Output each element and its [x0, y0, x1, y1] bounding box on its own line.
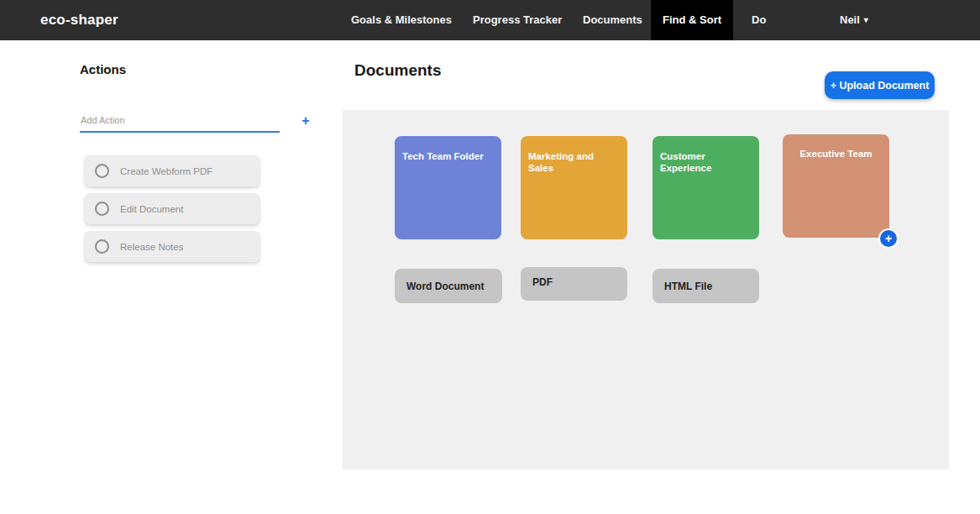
file-card-pdf[interactable]: PDF	[521, 267, 627, 301]
file-label: PDF	[521, 267, 553, 288]
folder-label: Executive Team	[783, 134, 889, 160]
page-title: Documents	[354, 61, 441, 80]
file-label: HTML File	[652, 281, 712, 292]
nav-item-find-sort-active[interactable]: Find & Sort	[651, 0, 733, 40]
action-item-label: Release Notes	[120, 242, 183, 252]
folder-card-marketing-sales[interactable]: Marketing and Sales	[521, 136, 627, 239]
add-item-fab-button[interactable]: +	[880, 230, 897, 247]
nav-item-progress-tracker[interactable]: Progress Tracker	[473, 0, 562, 40]
folder-label: Customer Experience	[652, 136, 759, 175]
nav-item-goals-milestones[interactable]: Goals & Milestones	[351, 0, 452, 40]
documents-panel: Tech Team Folder Marketing and Sales Cus…	[343, 110, 949, 469]
nav-item-do[interactable]: Do	[752, 0, 766, 40]
nav-item-documents[interactable]: Documents	[583, 0, 642, 40]
caret-down-icon: ▾	[864, 15, 868, 24]
app-logo[interactable]: eco-shaper	[40, 0, 118, 40]
file-card-word-document[interactable]: Word Document	[395, 269, 502, 303]
add-action-row: +	[80, 112, 315, 134]
action-list: Create Webform PDF Edit Document Release…	[80, 155, 315, 262]
radio-circle-icon[interactable]	[95, 202, 109, 216]
page: eco-shaper Goals & Milestones Progress T…	[0, 0, 980, 514]
folder-card-executive-team[interactable]: Executive Team	[783, 134, 889, 238]
user-name: Neil	[840, 13, 860, 26]
folder-label: Tech Team Folder	[395, 136, 501, 163]
action-item-create-webform-pdf[interactable]: Create Webform PDF	[85, 155, 259, 186]
add-action-button[interactable]: +	[296, 112, 315, 130]
user-menu[interactable]: Neil▾	[840, 0, 868, 40]
action-item-label: Create Webform PDF	[120, 166, 212, 176]
folder-card-customer-experience[interactable]: Customer Experience	[652, 136, 759, 239]
upload-document-button[interactable]: + Upload Document	[825, 71, 935, 99]
radio-circle-icon[interactable]	[95, 239, 109, 254]
action-item-release-notes[interactable]: Release Notes	[85, 231, 259, 262]
actions-title: Actions	[80, 62, 315, 76]
folder-card-tech-team[interactable]: Tech Team Folder	[395, 136, 501, 239]
actions-sidebar: Actions + Create Webform PDF Edit Docume…	[80, 62, 315, 269]
folder-label: Marketing and Sales	[521, 136, 627, 175]
top-nav-bar: eco-shaper Goals & Milestones Progress T…	[0, 0, 980, 40]
radio-circle-icon[interactable]	[95, 164, 109, 178]
add-action-input[interactable]	[80, 113, 280, 133]
file-card-html-file[interactable]: HTML File	[652, 269, 759, 303]
action-item-edit-document[interactable]: Edit Document	[85, 193, 259, 224]
action-item-label: Edit Document	[120, 204, 183, 214]
file-label: Word Document	[395, 281, 484, 292]
